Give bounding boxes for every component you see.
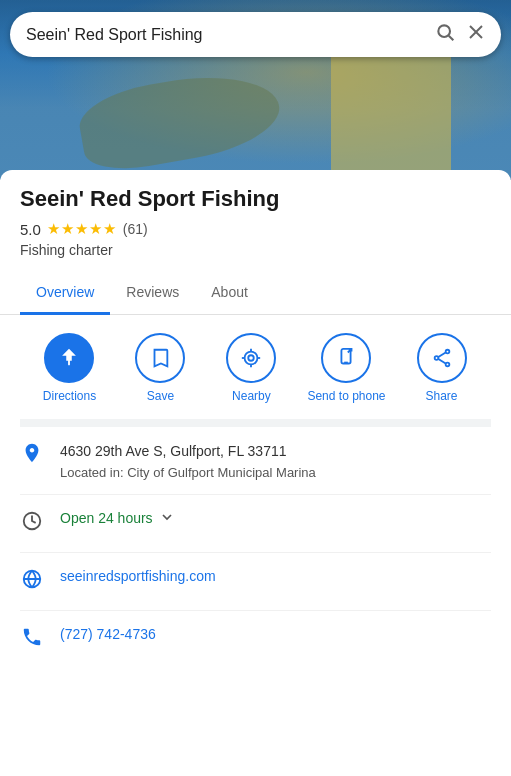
review-count: (61) xyxy=(123,221,148,237)
place-card: Seein' Red Sport Fishing 5.0 ★★★★★ (61) … xyxy=(0,170,511,427)
svg-line-18 xyxy=(438,359,445,364)
nearby-button[interactable]: Nearby xyxy=(216,333,286,405)
actions-bar: Directions Save xyxy=(20,315,491,427)
save-button[interactable]: Save xyxy=(125,333,195,405)
phone-number[interactable]: (727) 742-4736 xyxy=(60,626,156,642)
address-text: 4630 29th Ave S, Gulfport, FL 33711 xyxy=(60,441,491,462)
open-status: Open 24 hours xyxy=(60,510,153,526)
located-in-text: Located in: City of Gulfport Municipal M… xyxy=(60,465,491,480)
svg-point-15 xyxy=(434,357,438,361)
svg-point-5 xyxy=(249,356,255,362)
svg-point-14 xyxy=(445,350,449,354)
tab-reviews[interactable]: Reviews xyxy=(110,272,195,315)
phone-row[interactable]: (727) 742-4736 xyxy=(20,611,491,668)
svg-point-0 xyxy=(438,25,450,37)
clock-icon xyxy=(20,510,44,538)
pin-icon xyxy=(20,442,44,470)
save-icon-circle xyxy=(135,333,185,383)
rating-number: 5.0 xyxy=(20,221,41,238)
info-section: 4630 29th Ave S, Gulfport, FL 33711 Loca… xyxy=(0,427,511,668)
rating-row: 5.0 ★★★★★ (61) xyxy=(20,220,491,238)
share-label: Share xyxy=(425,389,457,405)
address-content: 4630 29th Ave S, Gulfport, FL 33711 Loca… xyxy=(60,441,491,480)
tab-about[interactable]: About xyxy=(195,272,264,315)
hours-row[interactable]: Open 24 hours xyxy=(20,495,491,553)
website-content: seeinredsportfishing.com xyxy=(60,567,491,585)
save-label: Save xyxy=(147,389,174,405)
svg-line-1 xyxy=(449,36,454,41)
nearby-label: Nearby xyxy=(232,389,271,405)
place-category: Fishing charter xyxy=(20,242,491,258)
nearby-icon-circle xyxy=(226,333,276,383)
directions-label: Directions xyxy=(43,389,96,405)
person-decoration xyxy=(331,40,451,180)
share-icon-circle xyxy=(417,333,467,383)
svg-point-6 xyxy=(245,352,258,365)
search-bar[interactable]: Seein' Red Sport Fishing xyxy=(10,12,501,57)
tab-overview[interactable]: Overview xyxy=(20,272,110,315)
place-name: Seein' Red Sport Fishing xyxy=(20,186,491,212)
globe-icon xyxy=(20,568,44,596)
svg-point-16 xyxy=(445,363,449,367)
send-to-phone-label: Send to phone xyxy=(307,389,385,405)
directions-icon-circle xyxy=(44,333,94,383)
svg-rect-4 xyxy=(69,360,71,366)
hours-display[interactable]: Open 24 hours xyxy=(60,509,491,528)
hero-image: Seein' Red Sport Fishing xyxy=(0,0,511,180)
stars-display: ★★★★★ xyxy=(47,220,117,238)
send-to-phone-icon-circle xyxy=(321,333,371,383)
search-icon[interactable] xyxy=(435,22,455,47)
svg-line-17 xyxy=(438,353,445,358)
hours-chevron-icon[interactable] xyxy=(159,509,175,528)
phone-content: (727) 742-4736 xyxy=(60,625,491,643)
close-icon[interactable] xyxy=(467,23,485,46)
website-link[interactable]: seeinredsportfishing.com xyxy=(60,568,216,584)
search-input[interactable]: Seein' Red Sport Fishing xyxy=(26,26,427,44)
hours-content: Open 24 hours xyxy=(60,509,491,528)
directions-button[interactable]: Directions xyxy=(34,333,104,405)
send-to-phone-button[interactable]: Send to phone xyxy=(307,333,385,405)
tabs-bar: Overview Reviews About xyxy=(0,272,511,315)
phone-icon xyxy=(20,626,44,654)
address-row: 4630 29th Ave S, Gulfport, FL 33711 Loca… xyxy=(20,427,491,495)
website-row[interactable]: seeinredsportfishing.com xyxy=(20,553,491,611)
share-button[interactable]: Share xyxy=(407,333,477,405)
